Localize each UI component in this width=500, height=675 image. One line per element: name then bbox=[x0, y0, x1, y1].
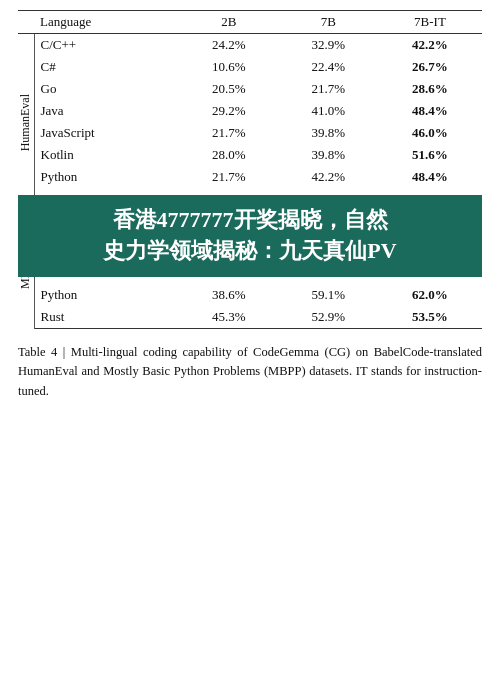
humeval-label: HumanEval bbox=[18, 34, 34, 211]
cell-7bit: 62.0% bbox=[378, 284, 482, 306]
cell-2b: 45.3% bbox=[179, 306, 278, 329]
table-row: Python38.6%59.1%62.0% bbox=[18, 284, 482, 306]
cell-2b: 21.7% bbox=[179, 122, 278, 144]
cell-language: Java bbox=[34, 100, 179, 122]
cell-2b: 28.0% bbox=[179, 144, 278, 166]
corner-empty bbox=[18, 11, 34, 34]
cell-7b: 39.8% bbox=[279, 122, 378, 144]
cell-language: JavaScript bbox=[34, 122, 179, 144]
banner-line2: 史力学领域揭秘：九天真仙PV bbox=[30, 236, 470, 267]
cell-7b: 39.8% bbox=[279, 144, 378, 166]
table-row: JavaScript21.7%39.8%46.0% bbox=[18, 122, 482, 144]
table-row: Python21.7%42.2%48.4% bbox=[18, 166, 482, 188]
col-header-7b: 7B bbox=[279, 11, 378, 34]
table-row: C#10.6%22.4%26.7% bbox=[18, 56, 482, 78]
cell-7b: 22.4% bbox=[279, 56, 378, 78]
cell-7bit: 26.7% bbox=[378, 56, 482, 78]
cell-7b: 41.0% bbox=[279, 100, 378, 122]
cell-2b: 20.5% bbox=[179, 78, 278, 100]
data-table: Language 2B 7B 7B-IT HumanEvalC/C++24.2%… bbox=[18, 10, 482, 329]
col-header-2b: 2B bbox=[179, 11, 278, 34]
table-caption: Table 4 | Multi-lingual coding capabilit… bbox=[18, 343, 482, 401]
cell-2b: 29.2% bbox=[179, 100, 278, 122]
table-row: Go20.5%21.7%28.6% bbox=[18, 78, 482, 100]
cell-7bit: 46.0% bbox=[378, 122, 482, 144]
cell-7bit: 42.2% bbox=[378, 34, 482, 57]
cell-2b: 24.2% bbox=[179, 34, 278, 57]
cell-7bit: 51.6% bbox=[378, 144, 482, 166]
cell-7b: 42.2% bbox=[279, 166, 378, 188]
cell-7b: 32.9% bbox=[279, 34, 378, 57]
cell-7b: 21.7% bbox=[279, 78, 378, 100]
banner-line1: 香港4777777开奖揭晓，自然 bbox=[30, 205, 470, 236]
table-row: Java29.2%41.0%48.4% bbox=[18, 100, 482, 122]
table-row: Kotlin28.0%39.8%51.6% bbox=[18, 144, 482, 166]
cell-2b: 38.6% bbox=[179, 284, 278, 306]
cell-language: C# bbox=[34, 56, 179, 78]
col-header-language: Language bbox=[34, 11, 179, 34]
table-row: Rust45.3%52.9%53.5% bbox=[18, 306, 482, 329]
cell-7b: 59.1% bbox=[279, 284, 378, 306]
cell-7bit: 53.5% bbox=[378, 306, 482, 329]
cell-language: Rust bbox=[34, 306, 179, 329]
cell-7bit: 48.4% bbox=[378, 166, 482, 188]
col-header-7bit: 7B-IT bbox=[378, 11, 482, 34]
cell-7bit: 28.6% bbox=[378, 78, 482, 100]
cell-7bit: 48.4% bbox=[378, 100, 482, 122]
advertisement-banner: 香港4777777开奖揭晓，自然 史力学领域揭秘：九天真仙PV bbox=[18, 195, 482, 277]
cell-language: Go bbox=[34, 78, 179, 100]
cell-language: Kotlin bbox=[34, 144, 179, 166]
cell-2b: 10.6% bbox=[179, 56, 278, 78]
table-row: HumanEvalC/C++24.2%32.9%42.2% bbox=[18, 34, 482, 57]
cell-language: Python bbox=[34, 166, 179, 188]
cell-language: C/C++ bbox=[34, 34, 179, 57]
cell-language: Python bbox=[34, 284, 179, 306]
cell-7b: 52.9% bbox=[279, 306, 378, 329]
cell-2b: 21.7% bbox=[179, 166, 278, 188]
